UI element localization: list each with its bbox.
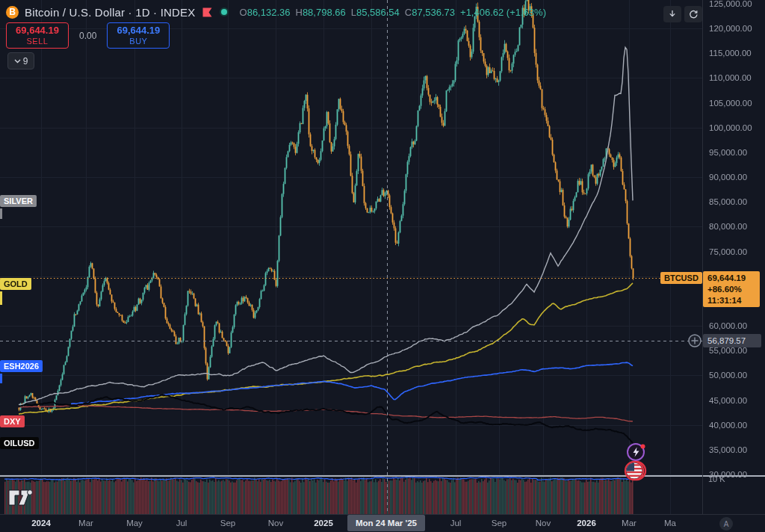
price-tick-label: 45,000.00 bbox=[709, 396, 747, 405]
price-tick-label: 90,000.00 bbox=[709, 173, 747, 182]
price-tick-label: 50,000.00 bbox=[709, 371, 747, 380]
price-tick-label: 110,000.00 bbox=[709, 73, 752, 82]
price-tick-label: 40,000.00 bbox=[709, 421, 747, 430]
symbol-price-tag[interactable]: BTCUSD bbox=[660, 272, 702, 284]
price-tick-label: 100,000.00 bbox=[709, 123, 752, 132]
crosshair-date-label: Mon 24 Mar '25 bbox=[347, 515, 425, 531]
ohlc-change: +1,406.62 (+1.63%) bbox=[460, 7, 546, 18]
arrow-down-icon bbox=[668, 10, 677, 19]
time-tick-label: Ma bbox=[664, 519, 676, 528]
price-tick-label: 60,000.00 bbox=[709, 321, 747, 330]
symbol-title[interactable]: Bitcoin / U.S. Dollar · 1D · INDEX bbox=[25, 6, 196, 19]
time-tick-label: May bbox=[126, 519, 143, 528]
price-tick-label: 80,000.00 bbox=[709, 222, 747, 231]
time-tick-label: 2025 bbox=[314, 519, 333, 528]
download-button[interactable] bbox=[663, 6, 681, 22]
time-tick-label: Jul bbox=[450, 519, 462, 528]
reload-icon bbox=[689, 10, 699, 19]
time-tick-label: Nov bbox=[536, 519, 551, 528]
chart-canvas[interactable] bbox=[0, 0, 765, 532]
price-tick-label: 95,000.00 bbox=[709, 148, 747, 157]
tradingview-logo[interactable] bbox=[7, 488, 34, 507]
bitcoin-logo-icon: B bbox=[6, 6, 19, 19]
price-tick-label: 115,000.00 bbox=[709, 49, 752, 58]
crosshair-price-label: 56,879.57 bbox=[703, 334, 761, 347]
pane-separator[interactable] bbox=[0, 475, 765, 477]
price-tick-label: 55,000.00 bbox=[709, 346, 747, 355]
time-tick-label: Nov bbox=[268, 519, 283, 528]
compare-series-label-esh2026[interactable]: ESH2026 bbox=[0, 360, 43, 372]
tradingview-chart-window: B Bitcoin / U.S. Dollar · 1D · INDEX O86… bbox=[0, 0, 765, 532]
compare-series-label-dxy[interactable]: DXY bbox=[0, 415, 25, 427]
time-tick-label: Mar bbox=[78, 519, 93, 528]
price-tick-label: 125,000.00 bbox=[709, 0, 752, 8]
reset-chart-button[interactable] bbox=[684, 6, 702, 22]
flag-icon[interactable] bbox=[202, 7, 213, 18]
time-tick-label: Mar bbox=[622, 519, 637, 528]
ohlc-readout: O86,132.36 H88,798.66 L85,586.54 C87,536… bbox=[240, 7, 546, 18]
price-tick-label: 75,000.00 bbox=[709, 247, 747, 256]
time-tick-label: Sep bbox=[492, 519, 507, 528]
compare-series-label-silver[interactable]: SILVER bbox=[0, 195, 37, 207]
time-tick-label: Sep bbox=[220, 519, 235, 528]
time-tick-label: Jul bbox=[176, 519, 188, 528]
price-tick-label: 85,000.00 bbox=[709, 197, 747, 206]
chevron-down-icon bbox=[14, 59, 21, 64]
auto-scale-button[interactable]: A bbox=[719, 517, 733, 531]
time-tick-label: 2024 bbox=[31, 519, 51, 528]
trade-panel: 69,644.19 SELL 0.00 69,644.19 BUY bbox=[6, 22, 170, 49]
compare-series-label-gold[interactable]: GOLD bbox=[0, 278, 31, 290]
market-status-dot-icon[interactable] bbox=[219, 7, 229, 17]
object-tree-count-button[interactable]: 9 bbox=[7, 52, 34, 69]
sell-button[interactable]: 69,644.19 SELL bbox=[6, 22, 69, 49]
price-axis[interactable]: 125,000.00120,000.00115,000.00110,000.00… bbox=[702, 0, 765, 514]
series-axis-strip bbox=[0, 208, 2, 219]
volume-scale-label: 10 K bbox=[708, 474, 725, 483]
compare-series-label-oilusd[interactable]: OILUSD bbox=[0, 437, 39, 449]
last-price-label: 69,644.19 +86.60% 11:31:14 bbox=[703, 271, 760, 307]
spread-value: 0.00 bbox=[79, 31, 96, 41]
us-economic-event-icon[interactable] bbox=[624, 459, 648, 483]
buy-button[interactable]: 69,644.19 BUY bbox=[107, 22, 170, 49]
series-axis-strip bbox=[0, 374, 2, 383]
price-tick-label: 35,000.00 bbox=[709, 445, 747, 454]
series-axis-strip bbox=[0, 291, 2, 305]
price-tick-label: 105,000.00 bbox=[709, 99, 752, 108]
price-tick-label: 120,000.00 bbox=[709, 24, 752, 33]
symbol-header: B Bitcoin / U.S. Dollar · 1D · INDEX O86… bbox=[6, 4, 546, 20]
time-tick-label: 2026 bbox=[577, 519, 596, 528]
